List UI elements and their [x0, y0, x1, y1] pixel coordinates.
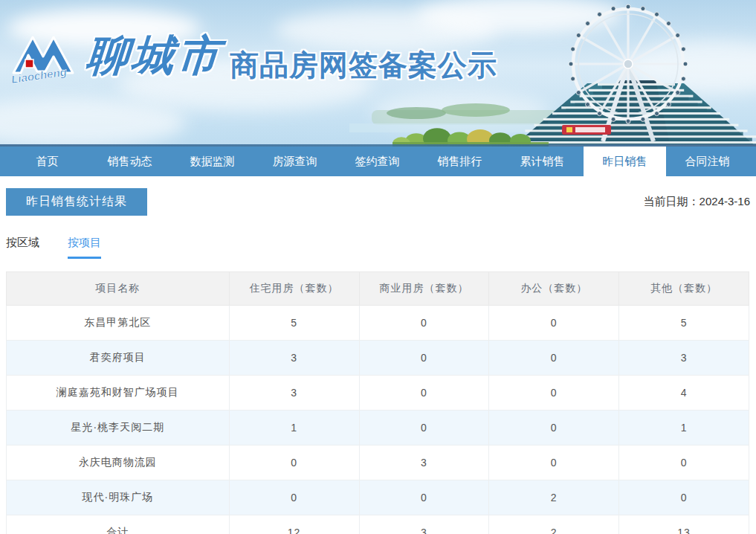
table-row: 永庆电商物流园0300 — [7, 445, 749, 480]
project-name-cell: 现代·明珠广场 — [7, 480, 230, 515]
table-row: 澜庭嘉苑和财智广场项目3004 — [7, 376, 749, 411]
count-cell: 4 — [619, 376, 749, 411]
current-date: 当前日期：2024-3-16 — [644, 195, 750, 209]
nav-item-5[interactable]: 销售排行 — [419, 147, 501, 176]
count-cell: 0 — [359, 376, 489, 411]
city-name: 聊城市 — [85, 34, 224, 77]
tab-1[interactable]: 按项目 — [68, 236, 101, 259]
count-cell: 0 — [489, 411, 619, 445]
nav-item-0[interactable]: 首页 — [6, 147, 88, 176]
count-cell: 0 — [359, 411, 489, 445]
col-header-0: 项目名称 — [7, 272, 230, 306]
liaocheng-logo[interactable]: Liaocheng — [10, 27, 76, 89]
nav-item-3[interactable]: 房源查询 — [253, 147, 336, 176]
nav-item-4[interactable]: 签约查询 — [336, 147, 419, 176]
col-header-3: 办公（套数） — [489, 272, 619, 306]
count-cell: 0 — [489, 376, 619, 411]
count-cell: 0 — [489, 445, 619, 480]
project-name-cell: 星光·桃李天阅二期 — [7, 411, 230, 445]
count-cell: 1 — [619, 411, 749, 445]
count-cell: 0 — [489, 306, 619, 341]
project-name-cell: 君奕府项目 — [7, 341, 230, 376]
current-date-value: 2024-3-16 — [700, 195, 750, 208]
count-cell: 1 — [229, 411, 359, 445]
nav-item-1[interactable]: 销售动态 — [88, 147, 171, 176]
count-cell: 5 — [229, 306, 359, 341]
table-row: 合计123213 — [7, 515, 749, 534]
count-cell: 5 — [619, 306, 749, 341]
count-cell: 0 — [359, 480, 489, 515]
brand-area: Liaocheng 聊城市 商品房网签备案公示 — [10, 27, 497, 89]
sales-stats-table: 项目名称住宅用房（套数）商业用房（套数）办公（套数）其他（套数） 东昌甲第北区5… — [6, 271, 749, 534]
count-cell: 12 — [229, 515, 359, 534]
col-header-4: 其他（套数） — [619, 272, 749, 306]
count-cell: 0 — [359, 306, 489, 341]
site-title: 商品房网签备案公示 — [230, 51, 497, 80]
project-name-cell: 合计 — [7, 515, 230, 534]
count-cell: 0 — [359, 341, 489, 376]
tab-0[interactable]: 按区域 — [6, 236, 39, 259]
current-date-label: 当前日期： — [644, 195, 700, 208]
view-tabs: 按区域按项目 — [6, 236, 750, 259]
nav-item-6[interactable]: 累计销售 — [501, 147, 584, 176]
count-cell: 2 — [489, 480, 619, 515]
project-name-cell: 澜庭嘉苑和财智广场项目 — [7, 376, 230, 411]
count-cell: 3 — [359, 515, 489, 534]
table-row: 星光·桃李天阅二期1001 — [7, 411, 749, 445]
nav-item-7[interactable]: 昨日销售 — [584, 147, 666, 176]
col-header-1: 住宅用房（套数） — [229, 272, 359, 306]
content-area: 昨日销售统计结果 当前日期：2024-3-16 按区域按项目 项目名称住宅用房（… — [0, 188, 756, 534]
table-row: 现代·明珠广场0020 — [7, 480, 749, 515]
count-cell: 0 — [229, 480, 359, 515]
count-cell: 3 — [619, 341, 749, 376]
main-nav: 首页销售动态数据监测房源查询签约查询销售排行累计销售昨日销售合同注销 — [0, 147, 756, 176]
count-cell: 3 — [229, 376, 359, 411]
count-cell: 0 — [619, 480, 749, 515]
logo-m-icon: Liaocheng — [10, 27, 76, 89]
nav-item-8[interactable]: 合同注销 — [666, 147, 749, 176]
count-cell: 0 — [489, 341, 619, 376]
count-cell: 3 — [359, 445, 489, 480]
count-cell: 3 — [229, 341, 359, 376]
table-body: 东昌甲第北区5005君奕府项目3003澜庭嘉苑和财智广场项目3004星光·桃李天… — [7, 306, 749, 534]
nav-item-2[interactable]: 数据监测 — [171, 147, 253, 176]
table-row: 君奕府项目3003 — [7, 341, 749, 376]
banner: Liaocheng 聊城市 商品房网签备案公示 — [0, 0, 756, 147]
project-name-cell: 东昌甲第北区 — [7, 306, 230, 341]
count-cell: 13 — [619, 515, 749, 534]
project-name-cell: 永庆电商物流园 — [7, 445, 230, 480]
col-header-2: 商业用房（套数） — [359, 272, 489, 306]
count-cell: 2 — [489, 515, 619, 534]
table-header-row: 项目名称住宅用房（套数）商业用房（套数）办公（套数）其他（套数） — [7, 272, 749, 306]
section-title-badge: 昨日销售统计结果 — [6, 188, 147, 216]
table-row: 东昌甲第北区5005 — [7, 306, 749, 341]
count-cell: 0 — [229, 445, 359, 480]
count-cell: 0 — [619, 445, 749, 480]
